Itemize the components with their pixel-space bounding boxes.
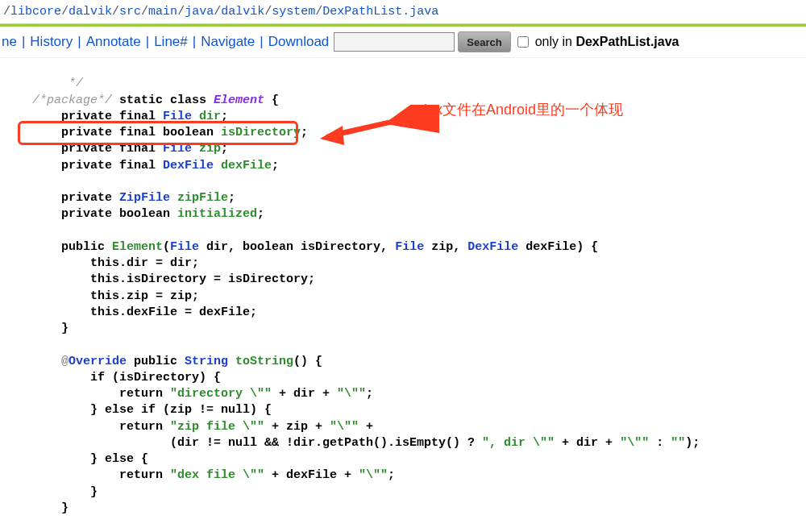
breadcrumb-seg[interactable]: libcore [10,5,61,19]
breadcrumb-seg[interactable]: java [185,5,214,19]
breadcrumb-seg[interactable]: main [148,5,177,19]
breadcrumb: /libcore/dalvik/src/main/java/dalvik/sys… [0,0,806,24]
source-code: */ /*package*/ static class Element { pr… [0,58,806,532]
breadcrumb-file[interactable]: DexPathList.java [322,5,438,19]
svg-marker-1 [320,126,344,145]
toolbar-link-navigate[interactable]: Navigate [201,34,255,50]
toolbar: ne| History| Annotate| Line#| Navigate| … [0,27,806,58]
search-input[interactable] [334,32,455,52]
callout-text: dex文件在Android里的一个体现 [419,100,623,119]
breadcrumb-seg[interactable]: dalvik [221,5,264,19]
breadcrumb-seg[interactable]: system [272,5,315,19]
search-button[interactable]: Search [458,31,510,52]
only-in-checkbox[interactable] [517,36,529,48]
toolbar-link-download[interactable]: Download [268,34,330,50]
breadcrumb-seg[interactable]: dalvik [69,5,112,19]
only-in-label: only in DexPathList.java [535,35,679,49]
toolbar-link-line[interactable]: Line# [154,34,188,50]
toolbar-link-history[interactable]: History [30,34,73,50]
toolbar-link-annotate[interactable]: Annotate [86,34,141,50]
toolbar-link-0[interactable]: ne [2,34,17,50]
breadcrumb-seg[interactable]: src [119,5,141,19]
